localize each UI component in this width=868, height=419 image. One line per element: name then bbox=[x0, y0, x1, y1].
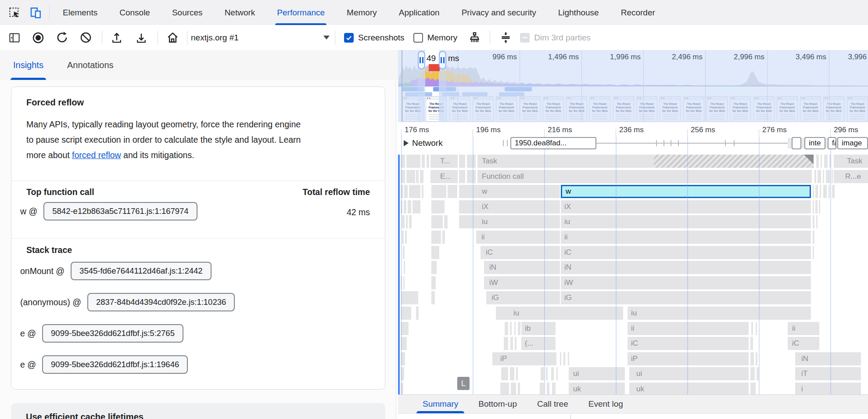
flame-event[interactable]: uk bbox=[629, 383, 749, 394]
network-request-pill[interactable] bbox=[792, 137, 801, 149]
collect-garbage-button[interactable] bbox=[466, 29, 483, 46]
timing-marker-badge[interactable]: L bbox=[457, 377, 470, 390]
flame-event[interactable]: iW bbox=[484, 276, 560, 289]
flame-event[interactable]: (... bbox=[521, 337, 556, 350]
flame-event-selected[interactable]: w bbox=[561, 185, 811, 198]
flame-chart[interactable]: T...TaskTaskE...Function callR...ewwiXiX… bbox=[398, 122, 868, 394]
flame-event[interactable]: iC bbox=[481, 246, 560, 259]
clear-button[interactable] bbox=[77, 29, 94, 46]
flame-event[interactable]: ii bbox=[476, 231, 560, 244]
screenshots-checkbox[interactable] bbox=[344, 33, 354, 43]
tab-privacy-and-security[interactable]: Privacy and security bbox=[460, 0, 538, 25]
flame-row: iPiPiN bbox=[398, 352, 868, 365]
details-tab-call-tree[interactable]: Call tree bbox=[537, 395, 568, 413]
flame-event[interactable]: Function call bbox=[477, 170, 812, 183]
tab-sources[interactable]: Sources bbox=[170, 0, 204, 25]
source-location-pill[interactable]: 9099-5bee326dd621dfbf.js:5:2765 bbox=[42, 324, 183, 343]
record-reload-button[interactable] bbox=[54, 29, 70, 46]
flame-event[interactable]: iu bbox=[561, 215, 811, 228]
flame-fragment bbox=[823, 185, 827, 198]
tab-performance[interactable]: Performance bbox=[275, 0, 326, 25]
save-profile-button[interactable] bbox=[133, 29, 150, 46]
forced-reflow-link[interactable]: forced reflow bbox=[72, 150, 121, 160]
sidebar-tab-insights[interactable]: Insights bbox=[13, 50, 43, 80]
tab-network[interactable]: Network bbox=[223, 0, 257, 25]
flame-event[interactable]: ui bbox=[629, 367, 749, 380]
device-toolbar-icon[interactable] bbox=[28, 5, 43, 20]
tab-lighthouse[interactable]: Lighthouse bbox=[556, 0, 601, 25]
network-request-pill[interactable]: inte bbox=[804, 137, 825, 149]
flame-event[interactable]: ui bbox=[569, 367, 625, 380]
flame-event[interactable]: iP bbox=[492, 352, 556, 365]
tab-console[interactable]: Console bbox=[118, 0, 152, 25]
flame-event[interactable]: iu bbox=[496, 307, 623, 320]
network-track-header[interactable]: Network bbox=[404, 138, 443, 148]
flame-event-label: iC bbox=[481, 246, 560, 259]
flame-fragment bbox=[402, 215, 405, 228]
flame-event[interactable]: R...e bbox=[834, 170, 868, 183]
selection-handle[interactable] bbox=[439, 51, 446, 69]
ruler-label: 276 ms bbox=[762, 126, 787, 134]
flame-event[interactable]: iC bbox=[628, 337, 749, 350]
details-tab-summary[interactable]: Summary bbox=[423, 395, 458, 413]
flame-event[interactable]: iP bbox=[628, 352, 749, 365]
flame-event[interactable]: Task bbox=[477, 155, 654, 168]
sidebar-tab-annotations[interactable]: Annotations bbox=[67, 50, 114, 80]
disclosure-triangle-icon[interactable] bbox=[404, 140, 409, 146]
memory-checkbox[interactable] bbox=[413, 33, 423, 43]
tab-memory[interactable]: Memory bbox=[345, 0, 379, 25]
tab-recorder[interactable]: Recorder bbox=[619, 0, 657, 25]
flame-event[interactable]: iT bbox=[795, 367, 861, 380]
timeline-overview[interactable]: The ReactFrameworkfor the WebThe ReactFr… bbox=[398, 50, 868, 122]
flame-event[interactable]: ii bbox=[561, 231, 811, 244]
flame-event[interactable]: iG bbox=[561, 291, 811, 304]
flame-event[interactable]: E... bbox=[430, 170, 458, 183]
inspect-element-icon[interactable] bbox=[7, 5, 22, 20]
flame-event[interactable]: iC bbox=[788, 337, 819, 350]
flame-event[interactable]: iC bbox=[561, 246, 811, 259]
flame-event[interactable]: Task bbox=[834, 155, 868, 168]
tab-application[interactable]: Application bbox=[397, 0, 441, 25]
collapse-flame-button[interactable] bbox=[497, 29, 514, 46]
source-location-pill[interactable]: 5842-e12b863a5c711761.js:1:167974 bbox=[43, 202, 197, 220]
flame-event-label: (... bbox=[521, 337, 556, 350]
memory-toggle[interactable]: Memory bbox=[413, 33, 458, 43]
flame-event[interactable]: iW bbox=[561, 276, 811, 289]
flame-event[interactable]: iX bbox=[561, 200, 811, 213]
flame-event[interactable]: iX bbox=[459, 200, 560, 213]
flame-event[interactable]: iN bbox=[561, 261, 811, 274]
flame-event[interactable]: iu bbox=[459, 215, 560, 228]
forced-reflow-card[interactable]: Forced reflow Many APIs, typically readi… bbox=[11, 87, 385, 390]
load-profile-button[interactable] bbox=[108, 29, 125, 46]
flame-event[interactable]: iG bbox=[486, 291, 560, 304]
tab-elements[interactable]: Elements bbox=[61, 0, 99, 25]
network-request-pill[interactable]: 1950.dea8fad... bbox=[510, 137, 596, 149]
details-tab-event-log[interactable]: Event log bbox=[588, 395, 623, 413]
details-tab-bottom-up[interactable]: Bottom-up bbox=[478, 395, 517, 413]
home-button[interactable] bbox=[164, 29, 181, 46]
cache-insight-card[interactable]: Use efficient cache lifetimes bbox=[11, 403, 385, 419]
screenshots-toggle[interactable]: Screenshots bbox=[344, 33, 405, 43]
source-location-pill[interactable]: 9099-5bee326dd621dfbf.js:1:19646 bbox=[42, 355, 188, 374]
network-request-pill[interactable]: fa bbox=[828, 137, 836, 149]
flame-event[interactable]: ii bbox=[788, 322, 819, 335]
dim-3rd-parties-toggle: Dim 3rd parties bbox=[520, 33, 591, 43]
flame-event[interactable]: iu bbox=[628, 307, 811, 320]
flame-event[interactable]: uk bbox=[569, 383, 625, 394]
flame-event-hatched[interactable] bbox=[654, 155, 814, 168]
flame-event[interactable]: ii bbox=[628, 322, 749, 335]
flame-event[interactable]: T... bbox=[430, 155, 458, 168]
flame-event[interactable]: i bbox=[795, 383, 861, 394]
flame-event[interactable]: ib bbox=[521, 322, 556, 335]
source-location-pill[interactable]: 3545-fd6e7644112d46af.js:1:2442 bbox=[71, 262, 212, 280]
record-button[interactable] bbox=[30, 29, 47, 46]
selection-handle[interactable] bbox=[418, 51, 425, 69]
history-select[interactable]: nextjs.org #1 bbox=[191, 29, 330, 46]
flame-event-label: ib bbox=[521, 322, 556, 335]
flame-event[interactable]: iN bbox=[484, 261, 560, 274]
source-location-pill[interactable]: 2837-84b4d4394cd0f92e.js:1:10236 bbox=[87, 293, 235, 311]
flame-event[interactable]: iN bbox=[795, 352, 861, 365]
network-request-pill[interactable]: image bbox=[837, 137, 868, 149]
flame-event[interactable]: w bbox=[459, 185, 560, 198]
toggle-sidebar-button[interactable] bbox=[6, 29, 23, 46]
